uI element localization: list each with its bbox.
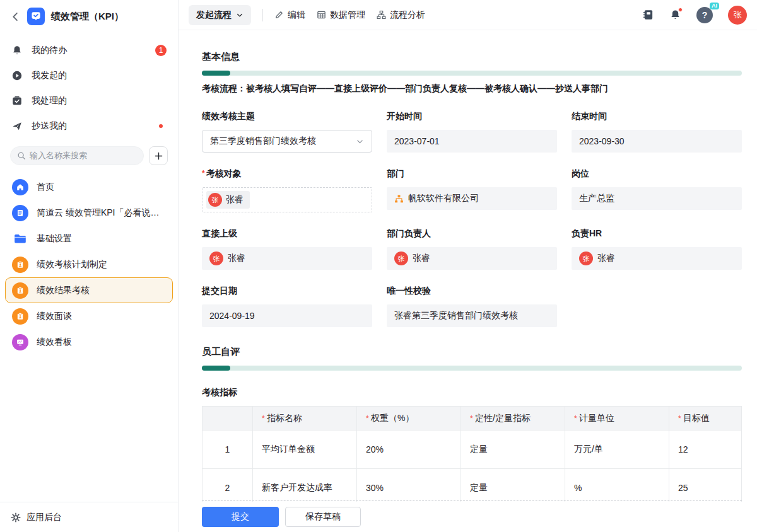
sidebar-item-home[interactable]: 首页 xyxy=(5,174,173,200)
field-label: 绩效考核主题 xyxy=(202,111,372,122)
person-name: 张睿 xyxy=(413,253,430,264)
sidebar-search-row: 输入名称来搜索 xyxy=(0,140,178,173)
field-uniqueness: 唯一性校验 张睿第三季度销售部门绩效考核 xyxy=(387,286,557,327)
end-date-text: 2023-09-30 xyxy=(579,136,625,146)
todo-count-badge: 1 xyxy=(155,45,167,56)
sidebar-item-interview[interactable]: 绩效面谈 xyxy=(5,303,173,329)
nav-item-label: 绩效考核计划制定 xyxy=(37,259,107,270)
nav-item-label: 基础设置 xyxy=(37,233,72,245)
sidebar-item-result-review[interactable]: 绩效结果考核 xyxy=(5,277,173,303)
notification-bell-icon[interactable] xyxy=(669,9,681,21)
menu-item-label: 我处理的 xyxy=(32,95,67,107)
cc-unread-dot xyxy=(159,124,163,128)
field-empty xyxy=(572,286,742,327)
topic-select[interactable]: 第三季度销售部门绩效考核 xyxy=(202,130,372,153)
form-grid: 绩效考核主题 第三季度销售部门绩效考核 开始时间 2023-07-01 结束时间… xyxy=(202,111,742,327)
add-form-button[interactable] xyxy=(149,146,168,165)
field-label: 直接上级 xyxy=(202,228,372,240)
person-avatar: 张 xyxy=(208,193,222,207)
user-avatar[interactable]: 张 xyxy=(728,6,747,25)
menu-item-label: 抄送我的 xyxy=(32,120,67,132)
cell-unit: 万元/单 xyxy=(565,431,669,469)
nav-item-label: 绩效结果考核 xyxy=(37,285,90,296)
direct-leader-value: 张 张睿 xyxy=(202,247,372,270)
sidebar: 绩效管理（KPI） 我的待办 1 我发起的 我处理的 xyxy=(0,0,179,532)
menu-item-my-todo[interactable]: 我的待办 1 xyxy=(0,38,178,63)
post-value: 生产总监 xyxy=(572,187,742,210)
home-icon xyxy=(12,179,28,195)
header-label: 定性/定量指标 xyxy=(475,413,531,423)
cell-unit: % xyxy=(565,469,669,502)
review-target-picker[interactable]: 张 张睿 xyxy=(202,187,372,212)
menu-item-label: 我的待办 xyxy=(32,45,67,56)
row-index: 1 xyxy=(202,431,253,469)
submit-button[interactable]: 提交 xyxy=(202,507,279,527)
menu-item-label: 我发起的 xyxy=(32,70,67,81)
app-backend-link[interactable]: 应用后台 xyxy=(0,502,178,532)
folder-icon xyxy=(12,231,28,247)
edit-button[interactable]: 编辑 xyxy=(274,9,305,21)
field-label: 提交日期 xyxy=(202,286,372,297)
main-area: 发起流程 编辑 数据管理 xyxy=(179,0,757,532)
sidebar-item-dashboard[interactable]: 绩效看板 xyxy=(5,329,173,355)
person-tag: 张 张睿 xyxy=(206,191,250,209)
field-label: 唯一性校验 xyxy=(387,286,557,297)
table-row[interactable]: 2 新客户开发达成率 30% 定量 % 25 xyxy=(202,469,742,502)
address-book-icon[interactable] xyxy=(642,9,654,21)
end-date-value: 2023-09-30 xyxy=(572,130,742,153)
submit-date-text: 2024-09-19 xyxy=(209,311,255,321)
sidebar-item-plan[interactable]: 绩效考核计划制定 xyxy=(5,252,173,277)
avatar-text: 张 xyxy=(212,195,219,205)
search-input[interactable]: 输入名称来搜索 xyxy=(10,146,144,165)
clipboard-icon xyxy=(12,308,28,325)
department-text: 帆软软件有限公司 xyxy=(408,193,479,204)
field-label: 考核对象 xyxy=(202,168,372,180)
menu-item-my-handled[interactable]: 我处理的 xyxy=(0,88,178,113)
toolbar-divider xyxy=(262,9,263,21)
help-icon[interactable]: ? AI xyxy=(696,7,713,23)
data-management-button[interactable]: 数据管理 xyxy=(317,9,365,21)
plus-icon xyxy=(154,151,163,161)
save-draft-button[interactable]: 保存草稿 xyxy=(285,507,361,527)
header-label: 权重（%） xyxy=(371,413,414,423)
flow-analysis-button[interactable]: 流程分析 xyxy=(377,9,425,21)
cell-type: 定量 xyxy=(461,469,565,502)
edit-label: 编辑 xyxy=(288,9,305,21)
org-chart-icon xyxy=(394,194,404,204)
submit-date-value: 2024-09-19 xyxy=(202,304,372,327)
sidebar-item-basic-settings[interactable]: 基础设置 xyxy=(5,226,173,252)
sidebar-nav: 首页 简道云 绩效管理KPI「必看说明」 基础设置 绩效考核计划制定 xyxy=(0,173,178,502)
section-progress-bar xyxy=(202,71,742,76)
back-icon[interactable] xyxy=(10,11,21,22)
flow-analysis-label: 流程分析 xyxy=(390,9,425,21)
form-content: 基本信息 考核流程：被考核人填写自评——直接上级评价——部门负责人复核——被考核… xyxy=(179,30,757,502)
search-placeholder: 输入名称来搜索 xyxy=(30,150,87,161)
table-header-row: 指标名称 权重（%） 定性/定量指标 计量单位 目标值 xyxy=(202,407,742,431)
chevron-down-icon xyxy=(236,11,244,19)
cell-indicator-name: 平均订单金额 xyxy=(253,431,357,469)
toolbar: 发起流程 编辑 数据管理 xyxy=(179,0,757,30)
dept-head-value: 张 张睿 xyxy=(387,247,557,270)
avatar-text: 张 xyxy=(398,254,405,263)
col-index xyxy=(202,407,253,431)
task-done-icon xyxy=(11,95,23,107)
sidebar-item-readme[interactable]: 简道云 绩效管理KPI「必看说明」 xyxy=(5,200,173,226)
table-row[interactable]: 1 平均订单金额 20% 定量 万元/单 12 xyxy=(202,431,742,469)
col-indicator-name: 指标名称 xyxy=(253,407,357,431)
toolbar-right: ? AI 张 xyxy=(642,6,747,25)
chevron-down-icon xyxy=(356,137,364,146)
required-star xyxy=(574,413,579,423)
app-root: 绩效管理（KPI） 我的待办 1 我发起的 我处理的 xyxy=(0,0,757,532)
field-start-date: 开始时间 2023-07-01 xyxy=(387,111,557,153)
section-title-self-review: 员工自评 xyxy=(202,346,742,358)
avatar-text: 张 xyxy=(583,254,590,263)
col-target: 目标值 xyxy=(669,407,742,431)
field-label: 结束时间 xyxy=(572,111,742,122)
field-hr: 负责HR 张 张睿 xyxy=(572,228,742,270)
notification-dot xyxy=(678,8,683,12)
cell-target: 12 xyxy=(669,431,742,469)
sidebar-menu: 我的待办 1 我发起的 我处理的 抄送我的 xyxy=(0,33,178,140)
menu-item-cc-to-me[interactable]: 抄送我的 xyxy=(0,113,178,139)
start-flow-button[interactable]: 发起流程 xyxy=(189,5,251,25)
menu-item-my-started[interactable]: 我发起的 xyxy=(0,63,178,88)
